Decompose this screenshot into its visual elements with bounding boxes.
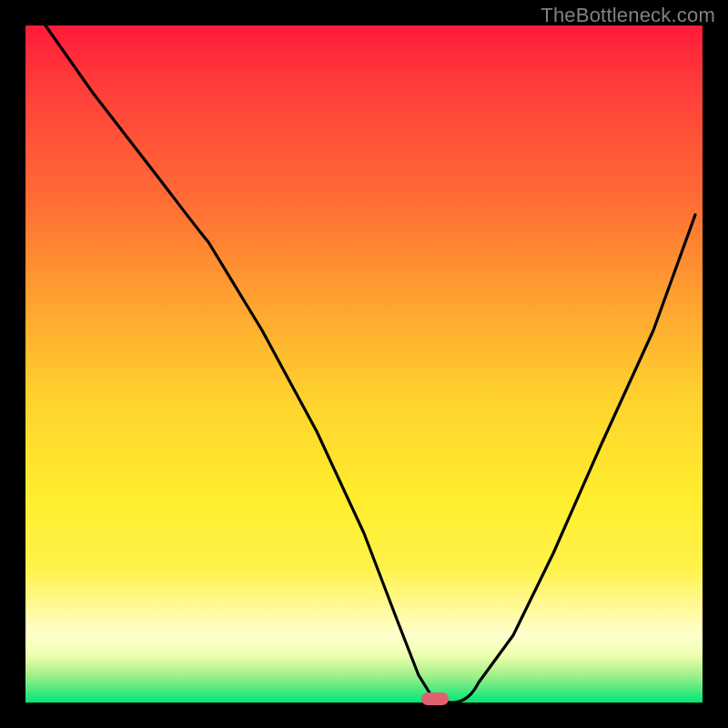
bottleneck-curve (46, 25, 695, 703)
optimum-marker (421, 693, 449, 705)
curve-svg (25, 25, 703, 703)
plot-area (25, 25, 703, 703)
chart-container: TheBottleneck.com (0, 0, 728, 728)
attribution-text: TheBottleneck.com (541, 4, 715, 27)
